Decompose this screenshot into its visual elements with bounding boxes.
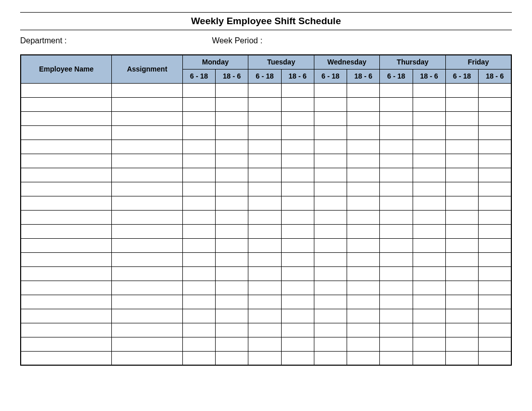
table-cell bbox=[445, 281, 478, 295]
table-cell bbox=[347, 295, 380, 309]
table-cell bbox=[112, 295, 183, 309]
table-cell bbox=[112, 154, 183, 168]
table-cell bbox=[380, 210, 413, 224]
table-cell bbox=[281, 140, 314, 154]
table-cell bbox=[21, 125, 112, 140]
schedule-table: Employee Name Assignment Monday Tuesday … bbox=[20, 54, 512, 366]
table-row bbox=[21, 238, 511, 252]
table-cell bbox=[281, 168, 314, 182]
table-row bbox=[21, 295, 511, 309]
table-cell bbox=[413, 97, 445, 111]
table-cell bbox=[248, 266, 281, 281]
table-cell bbox=[216, 252, 248, 266]
table-cell bbox=[182, 281, 215, 295]
table-cell bbox=[380, 125, 413, 140]
table-cell bbox=[112, 224, 183, 238]
table-cell bbox=[314, 182, 347, 196]
table-cell bbox=[314, 140, 347, 154]
table-cell bbox=[413, 309, 445, 323]
header-shift: 18 - 6 bbox=[479, 69, 511, 83]
table-row bbox=[21, 337, 511, 351]
table-cell bbox=[445, 111, 478, 125]
table-cell bbox=[112, 210, 183, 224]
table-cell bbox=[281, 97, 314, 111]
header-shift: 18 - 6 bbox=[413, 69, 445, 83]
table-cell bbox=[380, 238, 413, 252]
table-cell bbox=[21, 238, 112, 252]
table-cell bbox=[413, 224, 445, 238]
table-cell bbox=[479, 224, 511, 238]
table-cell bbox=[314, 83, 347, 97]
table-cell bbox=[21, 97, 112, 111]
table-cell bbox=[112, 140, 183, 154]
table-cell bbox=[21, 168, 112, 182]
table-cell bbox=[314, 196, 347, 210]
table-cell bbox=[182, 182, 215, 196]
table-cell bbox=[479, 196, 511, 210]
table-cell bbox=[248, 83, 281, 97]
table-cell bbox=[281, 266, 314, 281]
table-cell bbox=[248, 252, 281, 266]
table-cell bbox=[413, 154, 445, 168]
table-cell bbox=[281, 295, 314, 309]
table-cell bbox=[216, 238, 248, 252]
table-cell bbox=[479, 182, 511, 196]
table-cell bbox=[479, 337, 511, 351]
table-cell bbox=[21, 210, 112, 224]
table-row bbox=[21, 168, 511, 182]
table-cell bbox=[380, 140, 413, 154]
table-cell bbox=[445, 196, 478, 210]
table-cell bbox=[314, 125, 347, 140]
table-cell bbox=[445, 210, 478, 224]
table-cell bbox=[314, 238, 347, 252]
table-cell bbox=[479, 238, 511, 252]
table-cell bbox=[347, 83, 380, 97]
table-cell bbox=[281, 337, 314, 351]
table-cell bbox=[248, 295, 281, 309]
table-cell bbox=[380, 111, 413, 125]
table-cell bbox=[112, 196, 183, 210]
table-cell bbox=[445, 309, 478, 323]
table-cell bbox=[112, 111, 183, 125]
table-cell bbox=[413, 168, 445, 182]
table-cell bbox=[445, 238, 478, 252]
table-cell bbox=[182, 154, 215, 168]
table-cell bbox=[21, 83, 112, 97]
header-day-thursday: Thursday bbox=[380, 55, 446, 69]
header-employee-name: Employee Name bbox=[21, 55, 112, 83]
table-cell bbox=[479, 168, 511, 182]
table-cell bbox=[380, 168, 413, 182]
table-cell bbox=[112, 266, 183, 281]
table-cell bbox=[380, 252, 413, 266]
table-cell bbox=[112, 351, 183, 365]
table-cell bbox=[281, 196, 314, 210]
table-cell bbox=[182, 266, 215, 281]
table-cell bbox=[216, 196, 248, 210]
table-cell bbox=[248, 238, 281, 252]
table-cell bbox=[314, 309, 347, 323]
table-cell bbox=[445, 140, 478, 154]
table-cell bbox=[380, 224, 413, 238]
table-cell bbox=[281, 309, 314, 323]
table-row bbox=[21, 83, 511, 97]
table-cell bbox=[479, 83, 511, 97]
header-shift: 18 - 6 bbox=[347, 69, 380, 83]
table-cell bbox=[380, 154, 413, 168]
table-cell bbox=[413, 281, 445, 295]
table-header: Employee Name Assignment Monday Tuesday … bbox=[21, 55, 511, 83]
table-cell bbox=[347, 154, 380, 168]
table-cell bbox=[248, 210, 281, 224]
table-cell bbox=[216, 309, 248, 323]
table-body bbox=[21, 83, 511, 365]
table-cell bbox=[314, 97, 347, 111]
table-cell bbox=[182, 252, 215, 266]
table-cell bbox=[216, 281, 248, 295]
table-cell bbox=[413, 252, 445, 266]
table-row bbox=[21, 252, 511, 266]
table-cell bbox=[182, 140, 215, 154]
table-cell bbox=[182, 238, 215, 252]
table-cell bbox=[314, 111, 347, 125]
table-cell bbox=[347, 140, 380, 154]
header-day-wednesday: Wednesday bbox=[314, 55, 380, 69]
table-cell bbox=[21, 182, 112, 196]
